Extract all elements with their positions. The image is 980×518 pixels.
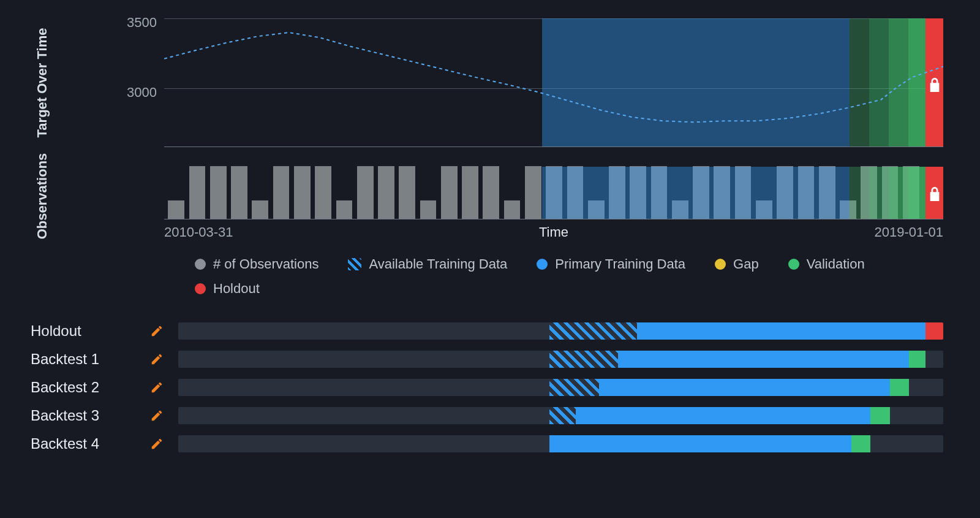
ytick-3000: 3000: [127, 85, 157, 101]
edit-icon[interactable]: [150, 324, 178, 338]
obs-bar: [525, 166, 541, 219]
time-axis: 2010-03-31 Time 2019-01-01: [164, 219, 943, 240]
obs-bar: [252, 200, 268, 219]
obs-bar: [210, 166, 227, 219]
target-chart: [164, 18, 943, 147]
fold-label: Backtest 2: [31, 379, 150, 396]
target-over-time-section: Target Over Time 3500 3000: [31, 18, 943, 147]
obs-bar: [420, 200, 437, 219]
lock-icon: [928, 77, 941, 93]
fold-row: Holdout: [31, 321, 943, 341]
fold-row: Backtest 2: [31, 378, 943, 397]
legend: # of Observations Available Training Dat…: [195, 256, 930, 297]
axis-start: 2010-03-31: [164, 224, 233, 240]
edit-icon[interactable]: [150, 437, 178, 451]
fold-bar[interactable]: [178, 379, 943, 396]
legend-gap: Gap: [715, 256, 759, 272]
fold-label: Holdout: [31, 322, 150, 340]
obs-bar: [357, 166, 374, 219]
fold-label: Backtest 3: [31, 407, 150, 424]
obs-bar: [441, 166, 458, 219]
edit-icon[interactable]: [150, 352, 178, 366]
obs-bar: [504, 200, 521, 219]
obs-bar: [189, 166, 206, 219]
obs-bar: [378, 166, 394, 219]
fold-bar[interactable]: [178, 435, 943, 452]
fold-label: Backtest 1: [31, 351, 150, 368]
legend-primary: Primary Training Data: [537, 256, 685, 272]
obs-bar: [231, 166, 247, 219]
obs-bar: [399, 166, 415, 219]
fold-row: Backtest 3: [31, 406, 943, 425]
fold-label: Backtest 4: [31, 435, 150, 452]
axis-center: Time: [539, 224, 568, 240]
obs-bar: [336, 200, 353, 219]
target-ylabel: Target Over Time: [34, 28, 50, 138]
legend-available: Available Training Data: [348, 256, 507, 272]
fold-bar[interactable]: [178, 322, 943, 340]
fold-bar[interactable]: [178, 407, 943, 424]
obs-ylabel: Observations: [34, 153, 50, 240]
backtest-folds: HoldoutBacktest 1Backtest 2Backtest 3Bac…: [31, 321, 943, 462]
obs-bar: [168, 200, 184, 219]
edit-icon[interactable]: [150, 409, 178, 422]
fold-bar[interactable]: [178, 351, 943, 368]
ytick-3500: 3500: [127, 15, 157, 31]
legend-holdout: Holdout: [195, 281, 930, 297]
obs-bar: [483, 166, 499, 219]
edit-icon[interactable]: [150, 381, 178, 394]
legend-validation: Validation: [788, 256, 865, 272]
fold-row: Backtest 1: [31, 349, 943, 369]
obs-chart: [164, 167, 943, 219]
obs-bar: [294, 166, 311, 219]
obs-bar: [462, 166, 478, 219]
observations-section: Observations 2010-03-31 Time 2019-01-01: [31, 152, 943, 240]
obs-bar: [273, 166, 290, 219]
lock-icon: [928, 186, 941, 202]
fold-row: Backtest 4: [31, 434, 943, 454]
target-line: [164, 18, 943, 147]
obs-bar: [315, 166, 331, 219]
legend-observations: # of Observations: [195, 256, 318, 272]
axis-end: 2019-01-01: [874, 224, 943, 240]
